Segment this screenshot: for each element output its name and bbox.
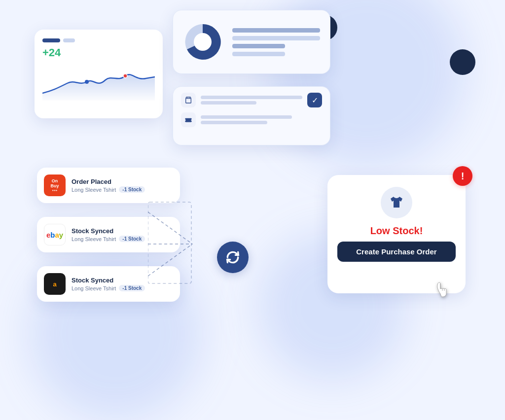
chart-card-header: [42, 38, 155, 42]
pie-card: [173, 10, 330, 74]
alert-icon: !: [461, 171, 465, 182]
item-check-btn[interactable]: ✓: [307, 93, 322, 107]
event-info-1: Order Placed Long Sleeve Tshirt -1 Stock: [72, 178, 173, 193]
scene: +24: [0, 0, 505, 420]
cursor-icon: [434, 280, 451, 302]
create-purchase-order-button[interactable]: Create Purchase Order: [337, 242, 456, 262]
amazon-logo: a: [44, 273, 66, 295]
chart-svg: [42, 61, 155, 101]
pie-svg: [183, 22, 222, 62]
sync-icon: [225, 249, 241, 265]
svg-line-4: [148, 212, 192, 244]
chart-pill-1: [42, 38, 60, 42]
svg-point-3: [194, 33, 212, 51]
dark-dot-2: [450, 49, 475, 75]
svg-line-6: [148, 244, 192, 276]
item-bar-long-2: [201, 115, 292, 119]
event-subtitle-1: Long Sleeve Tshirt -1 Stock: [72, 186, 173, 193]
item-bar-group-2: [201, 115, 322, 124]
alert-badge: !: [453, 166, 472, 186]
svg-point-1: [123, 74, 127, 78]
sync-icon-wrapper[interactable]: [217, 242, 249, 273]
cursor-svg: [434, 280, 451, 299]
svg-point-0: [85, 80, 89, 84]
low-stock-card: ! Low Stock! Create Purchase Order: [327, 175, 466, 293]
event-title-1: Order Placed: [72, 178, 173, 185]
item-icon-2: [181, 112, 196, 127]
item-icon-1: [181, 93, 196, 107]
legend-line-1: [232, 28, 320, 33]
ebay-logo: ebay: [44, 224, 66, 245]
onbuy-logo: On Buy ●●●: [44, 175, 66, 196]
low-stock-text: Low Stock!: [370, 225, 423, 237]
tshirt-icon: [381, 187, 412, 218]
chart-value: +24: [42, 46, 155, 59]
item-row-1: ✓: [181, 93, 322, 107]
item-bar-short-2: [201, 121, 267, 124]
pie-legend: [232, 28, 320, 56]
chart-pill-2: [63, 38, 75, 42]
item-bar-long-1: [201, 96, 302, 99]
items-card: ✓: [173, 86, 330, 145]
item-row-2: [181, 112, 322, 127]
legend-line-4: [232, 52, 285, 56]
stock-badge-2: -1 Stock: [119, 236, 145, 242]
item-bar-short-1: [201, 101, 256, 105]
tshirt-svg: [389, 195, 404, 210]
legend-line-3: [232, 44, 285, 48]
stock-badge-1: -1 Stock: [119, 186, 145, 193]
legend-line-2: [232, 36, 320, 40]
stock-badge-3: -1 Stock: [119, 285, 145, 291]
chart-card: +24: [35, 30, 163, 118]
item-bar-group-1: [201, 96, 302, 105]
